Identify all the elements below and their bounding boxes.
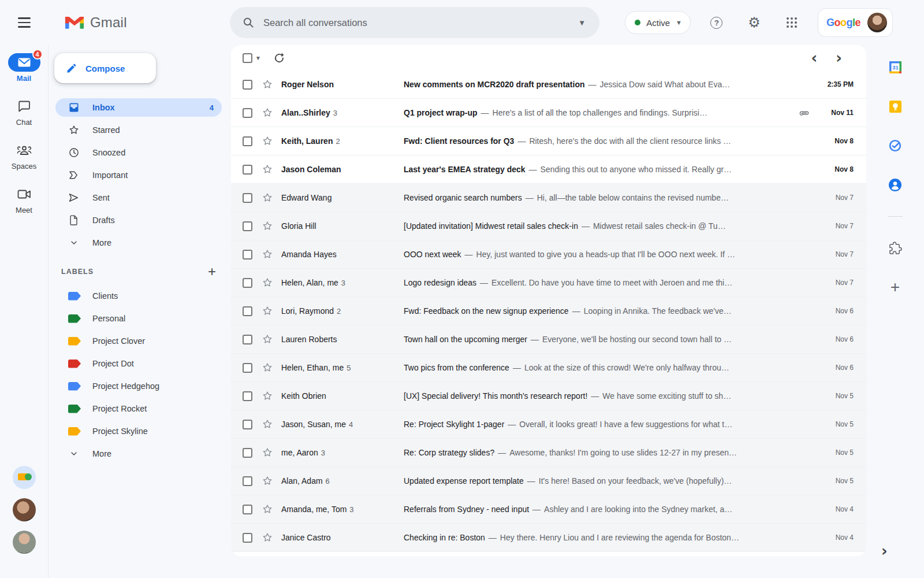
star-icon[interactable] bbox=[262, 503, 273, 515]
sidebar-item-more[interactable]: More bbox=[55, 234, 222, 252]
rail-item-mail[interactable]: 4 Mail bbox=[8, 53, 40, 83]
select-all-checkbox[interactable] bbox=[243, 53, 252, 63]
main-menu-button[interactable] bbox=[12, 10, 37, 35]
conversation-row[interactable]: me, Aaron3Re: Corp strategy slides?—Awes… bbox=[231, 439, 866, 467]
row-checkbox[interactable] bbox=[243, 420, 252, 429]
show-side-panel-icon[interactable]: › bbox=[881, 542, 888, 560]
row-checkbox[interactable] bbox=[243, 136, 252, 146]
row-checkbox[interactable] bbox=[243, 476, 252, 486]
row-checkbox[interactable] bbox=[243, 80, 252, 90]
label-item-clients[interactable]: Clients bbox=[55, 287, 222, 305]
row-checkbox[interactable] bbox=[243, 250, 252, 260]
chevron-down-icon bbox=[68, 448, 80, 460]
star-icon[interactable] bbox=[262, 334, 273, 345]
label-item-project-clover[interactable]: Project Clover bbox=[55, 332, 222, 350]
conversation-row[interactable]: Alan, Adam6Updated expense report templa… bbox=[231, 467, 866, 495]
refresh-icon[interactable] bbox=[274, 53, 285, 64]
sidebar-item-important[interactable]: Important bbox=[55, 166, 222, 184]
row-checkbox[interactable] bbox=[243, 306, 252, 316]
older-page-button[interactable]: › bbox=[836, 50, 842, 65]
row-checkbox[interactable] bbox=[243, 193, 252, 203]
row-checkbox[interactable] bbox=[243, 108, 252, 118]
row-checkbox[interactable] bbox=[243, 533, 252, 543]
sidebar-item-sent[interactable]: Sent bbox=[55, 188, 222, 207]
row-checkbox[interactable] bbox=[243, 221, 252, 231]
conversation-row[interactable]: Roger NelsonNew comments on MCR2020 draf… bbox=[231, 71, 866, 99]
conversation-row[interactable]: Janice CastroChecking in re: Boston—Hey … bbox=[231, 524, 866, 552]
star-icon[interactable] bbox=[262, 79, 273, 90]
google-keep-icon[interactable] bbox=[887, 98, 903, 114]
search-input[interactable] bbox=[263, 17, 578, 28]
conversation-row[interactable]: Lori, Raymond2Fwd: Feedback on the new s… bbox=[231, 297, 866, 325]
row-checkbox[interactable] bbox=[243, 363, 252, 373]
star-icon[interactable] bbox=[262, 475, 273, 487]
newer-page-button[interactable]: ‹ bbox=[811, 50, 818, 65]
star-icon[interactable] bbox=[262, 362, 273, 373]
sidebar-item-snoozed[interactable]: Snoozed bbox=[55, 143, 222, 162]
label-item-project-dot[interactable]: Project Dot bbox=[55, 354, 222, 373]
compose-button[interactable]: Compose bbox=[54, 53, 156, 83]
google-account-button[interactable]: Google bbox=[818, 8, 893, 37]
sidebar-item-inbox[interactable]: Inbox4 bbox=[55, 98, 222, 117]
label-item-project-skyline[interactable]: Project Skyline bbox=[55, 422, 222, 440]
star-icon[interactable] bbox=[262, 192, 273, 203]
conversation-row[interactable]: Jason ColemanLast year's EMEA strategy d… bbox=[231, 155, 866, 184]
conversation-row[interactable]: Amanda, me, Tom3Referrals from Sydney - … bbox=[231, 495, 866, 524]
conversation-row[interactable]: Lauren RobertsTown hall on the upcoming … bbox=[231, 325, 866, 354]
rail-item-spaces[interactable]: Spaces bbox=[8, 141, 40, 171]
status-selector[interactable]: Active ▼ bbox=[625, 11, 691, 34]
star-icon[interactable] bbox=[262, 164, 273, 175]
labels-more[interactable]: More bbox=[55, 444, 222, 463]
search-options-dropdown-icon[interactable]: ▼ bbox=[578, 18, 586, 27]
star-icon[interactable] bbox=[262, 135, 273, 147]
google-calendar-icon[interactable]: 31 bbox=[887, 59, 903, 75]
row-checkbox[interactable] bbox=[243, 278, 252, 288]
google-contacts-icon[interactable] bbox=[887, 177, 903, 193]
add-label-button[interactable]: + bbox=[208, 265, 216, 279]
row-checkbox[interactable] bbox=[243, 505, 252, 514]
conversation-row[interactable]: Helen, Alan, me3Logo redesign ideas—Exce… bbox=[231, 269, 866, 297]
rail-item-chat[interactable]: Chat bbox=[8, 97, 40, 127]
conversation-row[interactable]: Gloria Hill[Updated invitation] Midwest … bbox=[231, 212, 866, 240]
star-icon[interactable] bbox=[262, 447, 273, 458]
conversation-row[interactable]: Keith Obrien[UX] Special delivery! This … bbox=[231, 382, 866, 410]
woman-avatar[interactable] bbox=[13, 498, 36, 521]
star-icon[interactable] bbox=[262, 532, 273, 543]
conversation-row[interactable]: Keith, Lauren2Fwd: Client resources for … bbox=[231, 127, 866, 155]
conversation-row[interactable]: Alan..Shirley3Q1 project wrap-up—Here's … bbox=[231, 99, 866, 127]
conversation-row[interactable]: Helen, Ethan, me5Two pics from the confe… bbox=[231, 354, 866, 382]
row-checkbox[interactable] bbox=[243, 448, 252, 458]
google-tasks-icon[interactable] bbox=[887, 138, 903, 154]
star-icon[interactable] bbox=[262, 277, 273, 288]
star-icon[interactable] bbox=[262, 249, 273, 260]
star-icon[interactable] bbox=[262, 390, 273, 402]
row-checkbox[interactable] bbox=[243, 391, 252, 401]
conversation-row[interactable]: Edward WangRevised organic search number… bbox=[231, 184, 866, 212]
star-icon[interactable] bbox=[262, 418, 273, 430]
label-item-project-hedgehog[interactable]: Project Hedgehog bbox=[55, 377, 222, 395]
man-avatar[interactable] bbox=[13, 531, 36, 554]
star-icon[interactable] bbox=[262, 305, 273, 317]
subject: Re: Corp strategy slides? bbox=[404, 448, 494, 457]
label-item-personal[interactable]: Personal bbox=[55, 309, 222, 328]
add-panel-icon[interactable]: + bbox=[887, 279, 903, 295]
search-icon[interactable] bbox=[243, 17, 254, 28]
camera-toy-avatar[interactable] bbox=[13, 466, 36, 489]
label-item-project-rocket[interactable]: Project Rocket bbox=[55, 399, 222, 418]
profile-avatar[interactable] bbox=[867, 13, 887, 32]
star-icon[interactable] bbox=[262, 107, 273, 118]
star-icon[interactable] bbox=[262, 220, 273, 232]
row-checkbox[interactable] bbox=[243, 335, 252, 344]
help-button[interactable]: ? bbox=[705, 11, 728, 34]
settings-button[interactable]: ⚙ bbox=[743, 11, 766, 34]
conversation-row[interactable]: Jason, Susan, me4Re: Project Skylight 1-… bbox=[231, 410, 866, 439]
get-add-ons-icon[interactable] bbox=[887, 240, 903, 256]
select-dropdown-icon[interactable]: ▼ bbox=[255, 55, 261, 61]
row-checkbox[interactable] bbox=[243, 165, 252, 175]
conversation-row[interactable]: Amanda HayesOOO next week—Hey, just want… bbox=[231, 240, 866, 269]
search-bar[interactable]: ▼ bbox=[230, 7, 599, 38]
sidebar-item-starred[interactable]: Starred bbox=[55, 121, 222, 139]
google-apps-button[interactable] bbox=[780, 11, 803, 34]
sidebar-item-drafts[interactable]: Drafts bbox=[55, 211, 222, 229]
rail-item-meet[interactable]: Meet bbox=[8, 185, 40, 214]
